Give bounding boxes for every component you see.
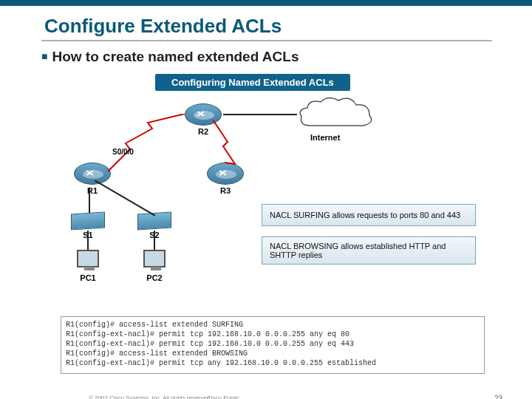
- svg-line-0: [95, 180, 155, 216]
- page-title: Configure Extended ACLs: [44, 15, 282, 38]
- link-r1-s2: [95, 180, 155, 216]
- title-rule: [41, 40, 492, 41]
- cli-output: R1(config)# access-list extended SURFING…: [61, 316, 485, 374]
- serial-link-r2-r3: [213, 120, 265, 167]
- link-s1-pc1: [87, 231, 89, 250]
- link-r1-s1: [89, 188, 90, 213]
- network-diagram: Internet ✕ R2 ✕ R1 ✕ R3 S0/0/0 S1 S2 PC1…: [66, 89, 480, 281]
- footer-classification: Cisco Public: [207, 395, 239, 399]
- note-browsing: NACL BROWSING allows established HTTP an…: [262, 236, 476, 265]
- cli-line-2: R1(config-ext-nacl)# permit tcp 192.168.…: [66, 340, 354, 348]
- cli-line-4: R1(config-ext-nacl)# permit tcp any 192.…: [66, 359, 376, 367]
- top-bar: [0, 0, 532, 6]
- pc2-label: PC2: [143, 273, 166, 282]
- pc1: PC1: [77, 250, 99, 282]
- cli-line-1: R1(config-ext-nacl)# permit tcp 192.168.…: [66, 330, 349, 338]
- bullet-text: How to create named extended ACLs: [52, 49, 299, 64]
- cli-line-0: R1(config)# access-list extended SURFING: [66, 321, 243, 329]
- pc2: PC2: [143, 250, 166, 282]
- link-s2-pc2: [154, 231, 155, 250]
- serial-link-r1-r2: [108, 114, 189, 173]
- internet-label: Internet: [310, 133, 340, 142]
- cli-line-3: R1(config)# access-list extended BROWSIN…: [66, 349, 248, 358]
- pc1-label: PC1: [77, 273, 99, 282]
- bullet-line: ■How to create named extended ACLs: [41, 49, 299, 65]
- r3-label: R3: [207, 186, 244, 195]
- link-r2-internet: [223, 114, 297, 115]
- note-surfing: NACL SURFING allows requests to ports 80…: [262, 204, 476, 226]
- footer-copyright: © 2007 Cisco Systems, Inc. All rights re…: [89, 395, 211, 399]
- footer-page: 23: [494, 395, 502, 399]
- cloud-icon: [296, 96, 377, 133]
- interface-s000: S0/0/0: [112, 148, 134, 156]
- router-r3: ✕ R3: [207, 163, 244, 195]
